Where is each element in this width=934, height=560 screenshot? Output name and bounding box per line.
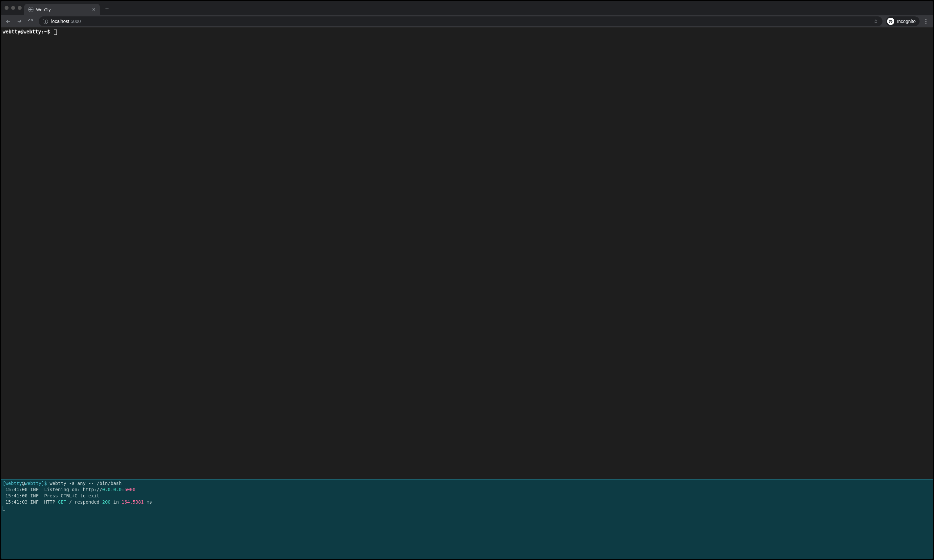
server-prompt-host: webtty [25,481,41,486]
kebab-icon [925,19,926,24]
bookmark-star-icon[interactable]: ☆ [873,18,878,25]
url-host: localhost [51,19,69,24]
incognito-icon [887,18,894,25]
server-prompt-user: webtty [5,481,22,486]
url-text: localhost:5000 [51,19,81,24]
log-get: GET [58,499,66,505]
browser-window: WebTty ✕ ＋ i localhost:5000 ☆ Incognito [0,0,934,560]
incognito-label: Incognito [897,19,915,24]
log-colon: : [122,487,124,492]
log-time-1: 15:41:00 INF [3,487,44,492]
log-time-3: 15:41:03 INF [3,499,44,505]
window-close[interactable] [5,6,9,10]
new-tab-button[interactable]: ＋ [102,3,111,12]
window-minimize[interactable] [11,6,15,10]
window-zoom[interactable] [18,6,22,10]
log-text-2: Press CTRL+C to exit [44,493,99,498]
forward-button[interactable] [14,16,24,26]
globe-icon [28,7,34,12]
webtty-terminal[interactable]: webtty@webtty:~$ [1,28,933,479]
server-prompt-close: ]$ [41,481,47,486]
log-ms-unit: ms [144,499,152,505]
log-time-2: 15:41:00 INF [3,493,44,498]
site-info-icon[interactable]: i [43,19,48,24]
server-log-terminal[interactable]: [webtty@webtty]$ webtty -a any -- /bin/b… [1,479,933,559]
url-port: :5000 [69,19,81,24]
reload-button[interactable] [26,16,36,26]
browser-toolbar: i localhost:5000 ☆ Incognito [1,15,933,28]
log-path: / [66,499,74,505]
tab-title: WebTty [36,7,89,12]
terminal-prompt: webtty@webtty:~$ [3,29,50,35]
address-bar[interactable]: i localhost:5000 ☆ [39,16,883,26]
server-cursor [3,506,5,511]
log-in: in [111,499,122,505]
server-command: webtty -a any -- /bin/bash [47,481,122,486]
browser-menu-button[interactable] [921,16,931,26]
log-status: 200 [102,499,110,505]
close-tab-button[interactable]: ✕ [91,7,96,12]
window-controls [3,6,24,10]
browser-tab[interactable]: WebTty ✕ [24,4,100,15]
incognito-indicator[interactable]: Incognito [886,16,920,26]
log-responded: responded [74,499,102,505]
log-duration: 164.5381 [122,499,144,505]
back-button[interactable] [3,16,13,26]
log-http: HTTP [44,499,58,505]
log-port: 5000 [124,487,136,492]
tab-strip: WebTty ✕ ＋ [1,1,933,15]
page-content: webtty@webtty:~$ [webtty@webtty]$ webtty… [1,28,933,559]
terminal-cursor [54,29,57,35]
log-ip: 0.0.0.0 [102,487,122,492]
log-text-1: Listening on: http:// [44,487,102,492]
